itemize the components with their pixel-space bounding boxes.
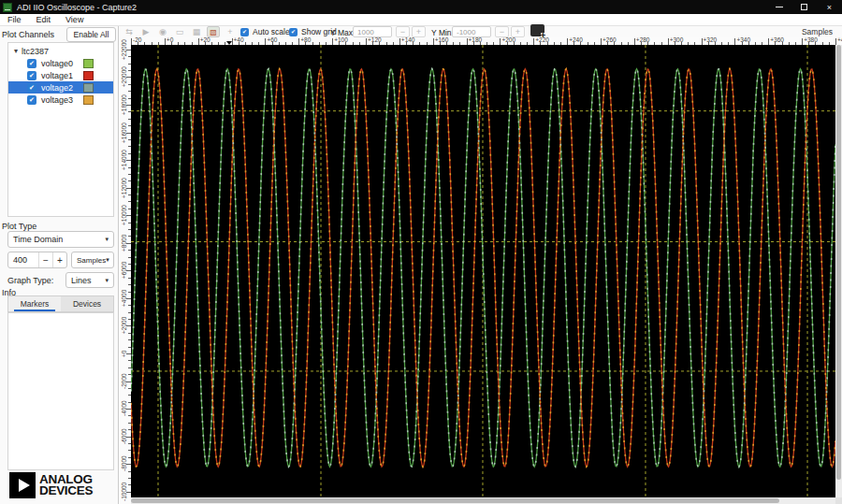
minimize-icon: [776, 7, 783, 7]
window-title: ADI IIO Oscilloscope - Capture2: [17, 3, 137, 12]
tree-expander-icon[interactable]: ▾: [14, 47, 18, 55]
y-tick-label: +6000: [119, 257, 129, 283]
sample-count-value[interactable]: 400: [8, 252, 38, 267]
sample-count-spinner[interactable]: 400 − +: [7, 252, 67, 268]
channel-row-voltage0[interactable]: ✔voltage0: [8, 57, 113, 69]
x-major-tick: [835, 38, 836, 45]
new-plot-button[interactable]: +: [530, 24, 544, 36]
x-major-tick: [366, 38, 367, 45]
y-tick-label: +16000: [119, 120, 129, 146]
checkbox-checked-icon[interactable]: ✔: [27, 59, 36, 68]
y-tick-label: +22000: [119, 36, 129, 63]
x-major-tick: [702, 38, 703, 45]
y-tick-label: +0: [119, 340, 129, 367]
tab-devices[interactable]: Devices: [61, 296, 113, 311]
sample-unit-value: Samples: [77, 256, 106, 265]
checkbox-checked-icon[interactable]: ✔: [27, 95, 36, 105]
chevron-down-icon: ▾: [106, 256, 109, 264]
device-name: ltc2387: [22, 47, 49, 56]
x-major-tick: [332, 38, 333, 45]
x-major-tick: [399, 38, 400, 45]
sample-unit-combo[interactable]: Samples ▾: [71, 252, 114, 268]
menu-view[interactable]: View: [58, 15, 91, 24]
x-major-tick: [265, 38, 266, 45]
checkbox-checked-icon[interactable]: ✔: [27, 83, 36, 93]
logo-mark-icon: [9, 472, 36, 498]
menu-file[interactable]: File: [0, 15, 29, 24]
auto-scale-label: Auto scale: [253, 27, 290, 36]
channel-color-swatch: [83, 59, 94, 68]
channel-row-voltage3[interactable]: ✔voltage3: [8, 94, 113, 106]
checkbox-checked-icon[interactable]: ✔: [289, 28, 298, 36]
chevron-down-icon: ▾: [105, 236, 109, 243]
top-ruler[interactable]: -20+0+20+40+60+80+100+120+140+160+180+20…: [126, 37, 842, 45]
plot-area[interactable]: [131, 45, 835, 497]
x-major-tick: [165, 38, 166, 45]
channel-label: voltage3: [41, 95, 73, 105]
checkbox-checked-icon[interactable]: ✔: [240, 28, 249, 36]
tab-markers[interactable]: Markers: [8, 296, 61, 311]
left-ruler[interactable]: +22000+20000+18000+16000+14000+12000+100…: [119, 45, 131, 504]
auto-scale-checkbox[interactable]: ✔ Auto scale: [240, 27, 290, 36]
horizontal-scrollbar[interactable]: [131, 497, 835, 504]
menu-edit[interactable]: Edit: [29, 15, 59, 24]
horizontal-scrollbar-thumb[interactable]: [131, 498, 779, 503]
x-tick-label: +0: [167, 36, 173, 43]
channel-color-swatch: [83, 83, 94, 93]
x-major-tick: [768, 38, 769, 45]
channel-row-voltage2[interactable]: ✔voltage2: [8, 81, 113, 94]
x-major-tick: [533, 38, 534, 45]
plot-channels-label: Plot Channels: [2, 30, 54, 39]
oscilloscope-window: ADI IIO Oscilloscope - Capture2 × File E…: [0, 0, 842, 504]
channel-tree: ▾ ltc2387 ✔voltage0✔voltage1✔voltage2✔vo…: [7, 42, 114, 217]
y-tick-label: +10000: [119, 202, 129, 228]
x-major-tick: [467, 38, 468, 45]
info-panel: [7, 312, 114, 470]
x-major-tick: [734, 38, 735, 45]
plot-type-combo[interactable]: Time Domain ▾: [7, 231, 114, 248]
y-tick-label: +12000: [119, 175, 129, 201]
device-row[interactable]: ▾ ltc2387: [8, 45, 113, 57]
minimize-button[interactable]: [766, 0, 791, 14]
channel-label: voltage0: [41, 59, 73, 68]
y-tick-label: -10000: [119, 479, 129, 504]
y-tick-label: -2000: [119, 368, 129, 395]
vertical-scrollbar-thumb[interactable]: [836, 45, 841, 480]
title-bar: ADI IIO Oscilloscope - Capture2 ×: [0, 0, 842, 14]
y-tick-label: +8000: [119, 230, 129, 256]
y-tick-label: +4000: [119, 285, 129, 311]
checkbox-checked-icon[interactable]: ✔: [27, 71, 36, 80]
chevron-down-icon: ▾: [105, 277, 109, 284]
graph-type-combo[interactable]: Lines ▾: [65, 272, 114, 288]
vertical-scrollbar[interactable]: [835, 45, 842, 497]
info-tabs: Markers Devices: [7, 295, 114, 312]
increment-button[interactable]: +: [52, 252, 66, 267]
channel-row-voltage1[interactable]: ✔voltage1: [8, 69, 113, 81]
scrollbar-corner: [835, 497, 842, 504]
x-major-tick: [601, 38, 602, 45]
x-major-tick: [433, 38, 434, 45]
y-tick-label: +20000: [119, 64, 129, 90]
maximize-icon: [801, 4, 807, 10]
y-tick-label: +2000: [119, 312, 129, 338]
menu-bar: File Edit View: [0, 14, 842, 26]
plot-type-label: Plot Type: [2, 222, 36, 231]
x-major-tick: [634, 38, 635, 45]
enable-all-button[interactable]: Enable All: [66, 27, 116, 42]
waveform-canvas: [131, 45, 835, 497]
sidebar: Plot Channels Enable All ▾ ltc2387 ✔volt…: [0, 26, 119, 504]
decrement-button[interactable]: −: [38, 252, 52, 267]
x-major-tick: [567, 38, 568, 45]
zoom-out-icon[interactable]: ▭: [173, 26, 186, 37]
x-major-tick: [198, 38, 199, 45]
close-button[interactable]: ×: [817, 0, 842, 14]
x-major-tick: [802, 38, 803, 45]
y-tick-label: -6000: [119, 424, 129, 450]
x-major-tick: [668, 38, 669, 45]
maximize-button[interactable]: [791, 0, 817, 14]
graph-type-label: Graph Type:: [7, 276, 53, 285]
x-tick-label: +400: [837, 36, 842, 43]
plot-type-value: Time Domain: [13, 235, 63, 244]
channel-list: ✔voltage0✔voltage1✔voltage2✔voltage3: [8, 57, 113, 106]
channel-color-swatch: [83, 71, 94, 80]
